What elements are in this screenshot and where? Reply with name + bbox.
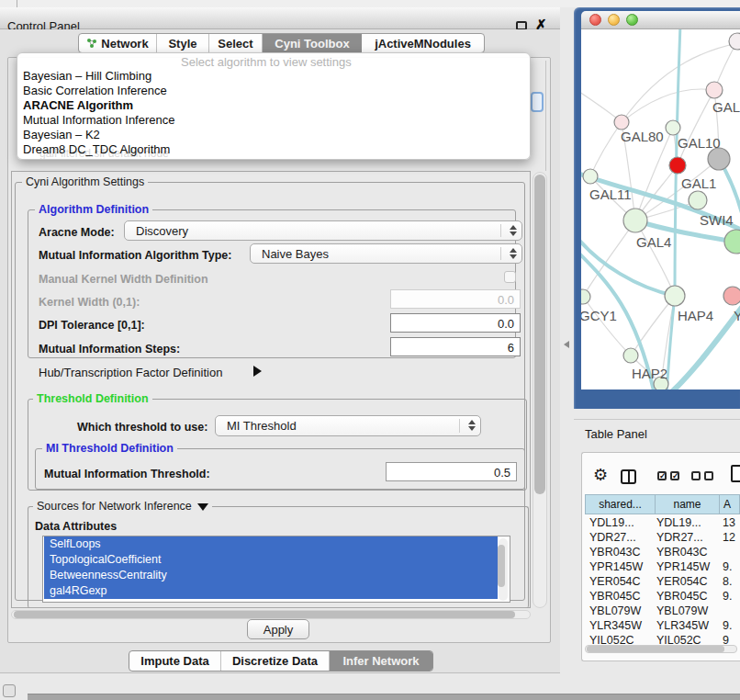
close-window-icon[interactable] bbox=[589, 14, 601, 26]
network-edge bbox=[667, 296, 675, 390]
network-node[interactable] bbox=[724, 230, 740, 254]
algorithm-option[interactable]: Mutual Information Inference bbox=[21, 113, 526, 128]
tab-impute-data[interactable]: Impute Data bbox=[129, 651, 221, 671]
table-cell: YER054C bbox=[655, 574, 719, 589]
combo-divider bbox=[459, 419, 460, 433]
which-threshold-value: MI Threshold bbox=[227, 419, 297, 433]
mi-steps-field[interactable]: 6 bbox=[390, 337, 521, 356]
network-node[interactable] bbox=[669, 157, 686, 174]
algorithm-option[interactable]: Bayesian – K2 bbox=[21, 128, 526, 142]
gear-icon[interactable]: ⚙ bbox=[593, 465, 608, 485]
network-window-titlebar[interactable] bbox=[581, 11, 740, 29]
deselect-all-checkbox-icon[interactable] bbox=[704, 471, 713, 480]
column-header-shared[interactable]: shared... bbox=[586, 495, 656, 514]
algorithm-option[interactable]: Basic Correlation Inference bbox=[21, 84, 526, 98]
which-threshold-select[interactable]: MI Threshold bbox=[215, 415, 481, 436]
tab-select[interactable]: Select bbox=[209, 34, 263, 52]
select-all-checkbox-icon[interactable]: ✓ bbox=[670, 471, 679, 480]
network-node[interactable] bbox=[723, 287, 740, 305]
expander-arrow-icon[interactable] bbox=[253, 366, 262, 377]
tab-network[interactable]: Network bbox=[79, 34, 157, 52]
combo-divider bbox=[500, 247, 501, 260]
table-row[interactable]: YBR043CYBR043C bbox=[585, 545, 740, 559]
table-cell: YIL052C bbox=[585, 633, 655, 644]
tab-style-label: Style bbox=[168, 37, 196, 51]
network-node-label: GAL11 bbox=[589, 186, 632, 202]
table-row[interactable]: YLR345WYLR345W9. bbox=[585, 618, 740, 633]
tab-cyni-toolbox[interactable]: Cyni Toolbox bbox=[263, 34, 362, 52]
panel-resize-arrow-icon bbox=[564, 341, 569, 348]
table-cell: YIL052C bbox=[655, 633, 719, 644]
aracne-mode-select[interactable]: Discovery bbox=[124, 220, 522, 241]
attribute-list-item[interactable]: BetweennessCentrality bbox=[44, 568, 498, 583]
network-node[interactable] bbox=[708, 148, 730, 170]
column-header-name[interactable]: name bbox=[656, 495, 720, 514]
manual-kernel-width-checkbox[interactable] bbox=[504, 271, 516, 283]
network-edge bbox=[590, 122, 622, 176]
tab-style[interactable]: Style bbox=[157, 34, 209, 52]
columns-icon[interactable] bbox=[621, 469, 636, 484]
tab-discretize-data[interactable]: Discretize Data bbox=[221, 651, 330, 671]
algorithm-option[interactable]: Bayesian – Hill Climbing bbox=[21, 69, 526, 84]
network-node[interactable] bbox=[614, 115, 629, 130]
occluded-combo-stepper bbox=[531, 92, 544, 112]
table-row[interactable]: YER054CYER054C8. bbox=[585, 574, 740, 589]
mi-algorithm-type-select[interactable]: Naive Bayes bbox=[250, 243, 522, 264]
control-panel-titlebar: Control Panel ✗ bbox=[0, 7, 560, 29]
network-node[interactable] bbox=[689, 191, 707, 209]
network-node[interactable] bbox=[729, 33, 740, 50]
algorithm-dropdown-popup: galFiltered.sif default node Select algo… bbox=[17, 52, 531, 160]
attribute-list-item[interactable]: gal4RGexp bbox=[44, 583, 498, 599]
table-row[interactable]: YPR145WYPR145W9. bbox=[585, 559, 740, 574]
network-node-label: GAL1 bbox=[681, 175, 716, 191]
table-cell: YBR045C bbox=[655, 589, 719, 604]
table-cell: 9. bbox=[719, 618, 740, 633]
network-node[interactable] bbox=[583, 169, 598, 184]
table-row[interactable]: YDL19...YDL19...13 bbox=[585, 515, 740, 530]
vertical-scrollbar-thumb[interactable] bbox=[534, 175, 545, 494]
data-attributes-label: Data Attributes bbox=[35, 520, 117, 533]
table-cell: 8. bbox=[719, 574, 740, 589]
table-row[interactable]: YBL079WYBL079W bbox=[585, 604, 740, 618]
network-view-canvas[interactable]: GALGAL80GAL10GAL1GAL11SWI4GAL4GCY1HAP4YH… bbox=[581, 29, 740, 390]
column-header-partial[interactable]: A bbox=[720, 495, 739, 514]
toolbar-divider bbox=[17, 0, 17, 7]
algorithm-option[interactable]: ARACNE Algorithm bbox=[21, 98, 526, 113]
network-node[interactable] bbox=[623, 209, 647, 232]
horizontal-scrollbar-thumb[interactable] bbox=[14, 611, 515, 618]
zoom-window-icon[interactable] bbox=[626, 14, 638, 26]
network-node[interactable] bbox=[666, 120, 680, 135]
which-threshold-label: Which threshold to use: bbox=[77, 421, 207, 434]
select-all-checkbox-icon[interactable]: ✓ bbox=[657, 471, 667, 480]
table-row[interactable]: YDR27...YDR27...12 bbox=[585, 530, 740, 545]
table-row[interactable]: YIL052CYIL052C9 bbox=[585, 633, 740, 644]
kernel-width-field[interactable]: 0.0 bbox=[390, 289, 521, 309]
list-scrollbar-thumb[interactable] bbox=[498, 545, 505, 587]
document-icon[interactable] bbox=[731, 465, 740, 482]
network-node[interactable] bbox=[581, 289, 590, 304]
tab-infer-network[interactable]: Infer Network bbox=[330, 651, 432, 671]
mi-threshold-field[interactable]: 0.5 bbox=[386, 462, 517, 481]
dpi-tolerance-field[interactable]: 0.0 bbox=[390, 313, 521, 333]
control-panel-tabbar: Network Style Select Cyni Toolbox jActiv… bbox=[78, 33, 485, 53]
hub-definition-label[interactable]: Hub/Transcription Factor Definition bbox=[39, 366, 222, 379]
network-node[interactable] bbox=[665, 286, 685, 306]
deselect-all-checkbox-icon[interactable] bbox=[691, 471, 701, 480]
dock-panel-icon[interactable] bbox=[3, 684, 16, 697]
attribute-list-item[interactable]: SelfLoops bbox=[44, 536, 498, 552]
tab-infer-network-label: Infer Network bbox=[342, 654, 419, 668]
attribute-list-item[interactable]: TopologicalCoefficient bbox=[44, 552, 498, 568]
table-row[interactable]: YBR045CYBR045C9. bbox=[585, 589, 740, 604]
dpi-tolerance-label: DPI Tolerance [0,1]: bbox=[39, 319, 145, 332]
algorithm-option[interactable]: Dream8 DC_TDC Algorithm bbox=[21, 142, 526, 157]
data-attributes-list[interactable]: SelfLoopsTopologicalCoefficientBetweenne… bbox=[42, 536, 510, 603]
apply-button[interactable]: Apply bbox=[247, 619, 309, 639]
minimize-window-icon[interactable] bbox=[608, 14, 620, 26]
sources-group-title[interactable]: Sources for Network Inference bbox=[33, 500, 212, 513]
network-node[interactable] bbox=[706, 82, 723, 98]
network-node[interactable] bbox=[623, 348, 638, 363]
manual-kernel-width-label: Manual Kernel Width Definition bbox=[39, 273, 208, 286]
table-horizontal-scrollbar-thumb[interactable] bbox=[587, 646, 724, 652]
tab-jactivemnodules[interactable]: jActiveMNodules bbox=[362, 34, 484, 52]
list-scrollbar[interactable] bbox=[499, 538, 508, 601]
